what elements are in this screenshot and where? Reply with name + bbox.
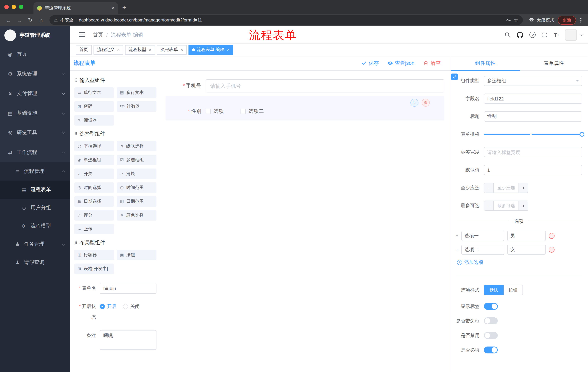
forward-icon[interactable]: →	[15, 17, 24, 23]
palette-item-multi-text[interactable]: ▤ 多行文本	[117, 87, 157, 98]
sidebar-item-task-manage[interactable]: ⋔ 任务管理	[0, 235, 70, 253]
palette-item-password[interactable]: ⊡ 密码	[74, 101, 114, 112]
view-json-button[interactable]: 查看json	[388, 60, 414, 66]
drag-handle-icon[interactable]: ≡	[456, 247, 458, 252]
checkbox-option-1[interactable]: 选项一	[206, 108, 229, 115]
sidebar-item-infrastructure[interactable]: ▤ 基础设施	[0, 103, 70, 123]
sidebar-item-payment[interactable]: ¥ 支付管理	[0, 84, 70, 103]
border-toggle[interactable]	[484, 317, 498, 324]
caret-down-icon[interactable]	[580, 34, 583, 37]
checkbox-option-2[interactable]: 选项二	[241, 108, 264, 115]
bookmark-star-icon[interactable]: ☆	[514, 17, 518, 23]
palette-item-checkbox-group[interactable]: ☑ 多选框组	[117, 155, 157, 165]
palette-item-row-container[interactable]: ◫ 行容器	[74, 250, 114, 260]
tag-process-model[interactable]: 流程模型 ×	[125, 45, 155, 54]
fullscreen-icon[interactable]	[542, 32, 548, 38]
close-window-button[interactable]	[4, 5, 9, 9]
phone-input[interactable]	[206, 79, 444, 93]
palette-item-table[interactable]: ⊞ 表格[开发中]	[74, 264, 114, 274]
stepper-placeholder[interactable]: 至少应选	[494, 183, 518, 192]
radio-off[interactable]: 关闭	[123, 303, 140, 310]
palette-item-color-picker[interactable]: ❖ 颜色选择	[117, 210, 157, 221]
slider-handle[interactable]	[580, 132, 584, 137]
close-icon[interactable]: ×	[117, 47, 120, 52]
palette-item-upload[interactable]: ☁ 上传	[74, 224, 114, 234]
plus-button[interactable]: +	[518, 201, 528, 210]
tag-home[interactable]: 首页	[76, 45, 92, 54]
browser-tab[interactable]: 芋道管理系统 ×	[33, 2, 118, 14]
sidebar-item-user-group[interactable]: ☺ 用户分组	[0, 199, 70, 217]
breadcrumb-home[interactable]: 首页	[93, 32, 103, 38]
palette-item-time-range[interactable]: ◶ 时间范围	[117, 182, 157, 193]
palette-item-rate[interactable]: ☆ 评分	[74, 210, 114, 221]
tab-form-props[interactable]: 表单属性	[520, 56, 588, 70]
option-value-input[interactable]	[507, 231, 546, 241]
password-key-icon[interactable]	[505, 17, 511, 23]
sidebar-item-workflow[interactable]: ⇄ 工作流程	[0, 143, 70, 162]
style-default-button[interactable]: 默认	[484, 285, 504, 295]
security-warning-icon[interactable]: ⚠	[54, 18, 58, 22]
field-name-input[interactable]	[484, 94, 582, 104]
tag-process-form[interactable]: 流程表单 ×	[157, 45, 187, 54]
remove-option-button[interactable]: −	[548, 247, 554, 253]
close-icon[interactable]: ×	[227, 47, 230, 52]
form-name-input[interactable]	[100, 283, 157, 294]
tab-component-props[interactable]: 组件属性	[451, 56, 520, 70]
address-bar[interactable]: ⚠ 不安全 dashboard.yudao.iocoder.cn/bpm/man…	[50, 15, 523, 25]
plus-button[interactable]: +	[518, 183, 528, 192]
disabled-toggle[interactable]	[484, 332, 498, 339]
palette-item-cascader[interactable]: ⋔ 级联选择	[117, 141, 157, 151]
title-input[interactable]	[484, 111, 582, 122]
avatar[interactable]	[565, 29, 577, 41]
save-button[interactable]: 保存	[361, 60, 379, 66]
sidebar-item-devtools[interactable]: ⚒ 研发工具	[0, 123, 70, 143]
sidebar-item-process-manage[interactable]: ≣ 流程管理	[0, 162, 70, 181]
zoom-window-button[interactable]	[19, 5, 23, 9]
search-icon[interactable]	[504, 32, 511, 38]
sidebar-item-system[interactable]: ⚙ 系统管理	[0, 64, 70, 84]
remove-option-button[interactable]: −	[548, 233, 554, 239]
option-value-input[interactable]	[507, 244, 546, 255]
form-remark-textarea[interactable]: 嘿嘿	[100, 330, 157, 350]
help-icon[interactable]: ?	[530, 32, 536, 38]
github-icon[interactable]	[517, 32, 524, 38]
home-icon[interactable]: ⌂	[36, 17, 46, 23]
palette-item-single-text[interactable]: ▭ 单行文本	[74, 87, 114, 98]
required-toggle[interactable]	[484, 347, 498, 353]
palette-item-date-picker[interactable]: ▦ 日期选择	[74, 196, 114, 207]
canvas-field-phone[interactable]: 手机号	[166, 79, 444, 93]
style-button-button[interactable]: 按钮	[504, 285, 523, 295]
palette-item-slider[interactable]: ⊸ 滑块	[117, 169, 157, 179]
tag-process-definition[interactable]: 流程定义 ×	[94, 45, 123, 54]
palette-item-button[interactable]: ▣ 按钮	[117, 250, 157, 260]
browser-menu-icon[interactable]	[578, 18, 584, 22]
minus-button[interactable]: −	[484, 201, 494, 210]
minus-button[interactable]: −	[484, 183, 494, 192]
copy-component-button[interactable]	[410, 99, 419, 107]
close-icon[interactable]: ×	[180, 47, 183, 52]
palette-item-select[interactable]: ◎ 下拉选择	[74, 141, 114, 151]
label-width-input[interactable]	[484, 147, 582, 157]
checkbox-icon[interactable]	[206, 109, 211, 114]
sidebar-item-leave-query[interactable]: ♟ 请假查询	[0, 253, 70, 272]
stepper-placeholder[interactable]: 最多可选	[494, 201, 518, 210]
drag-handle-icon[interactable]: ≡	[456, 233, 458, 239]
component-type-select[interactable]: 多选框组	[484, 76, 582, 86]
option-label-input[interactable]	[461, 231, 504, 241]
update-button[interactable]: 更新	[558, 15, 576, 25]
default-value-input[interactable]	[484, 165, 582, 175]
tab-close-icon[interactable]: ×	[111, 5, 114, 11]
clear-button[interactable]: 清空	[423, 60, 441, 66]
option-label-input[interactable]	[461, 244, 504, 255]
palette-item-time-picker[interactable]: ◷ 时间选择	[74, 182, 114, 193]
radio-on[interactable]: 开启	[100, 303, 116, 310]
close-icon[interactable]: ×	[149, 47, 151, 52]
sidebar-item-home[interactable]: ◉ 首页	[0, 44, 70, 64]
palette-item-switch[interactable]: ◐ 开关	[74, 169, 114, 179]
sidebar-logo[interactable]: 芋道管理系统	[0, 26, 70, 44]
show-label-toggle[interactable]	[484, 303, 498, 310]
back-icon[interactable]: ←	[4, 17, 13, 23]
form-grid-slider[interactable]	[484, 129, 582, 139]
canvas-field-gender-selected[interactable]: 性别 选项一 选项二	[166, 96, 444, 120]
sidebar-item-process-model[interactable]: ✈ 流程模型	[0, 217, 70, 235]
